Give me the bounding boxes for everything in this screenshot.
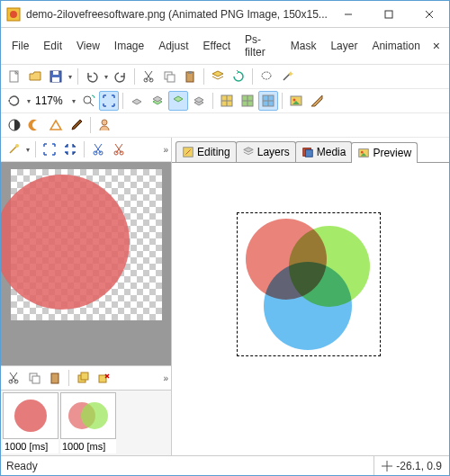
- redo-icon[interactable]: [111, 67, 130, 86]
- left-pane: ▾ » » 1000 [ms]: [1, 138, 172, 455]
- frames-strip: 1000 [ms] 1000 [ms]: [1, 391, 171, 455]
- zoom-dropdown-icon[interactable]: ▾: [70, 97, 77, 105]
- menu-adjust[interactable]: Adjust: [151, 37, 195, 55]
- contrast-icon[interactable]: [4, 115, 24, 135]
- canvas-checker: [11, 169, 162, 320]
- fit-screen-icon[interactable]: [99, 91, 119, 111]
- menu-view[interactable]: View: [69, 37, 107, 55]
- undo-dropdown-icon[interactable]: ▾: [103, 73, 110, 81]
- left-toolbar-chevron-icon[interactable]: »: [163, 145, 168, 155]
- rotate-icon[interactable]: [229, 67, 248, 86]
- grid-1-icon[interactable]: [217, 91, 237, 111]
- canvas-view[interactable]: [1, 162, 171, 365]
- menu-image[interactable]: Image: [107, 37, 151, 55]
- paste-icon[interactable]: [180, 67, 200, 86]
- tab-layers[interactable]: Layers: [236, 141, 296, 162]
- open-icon[interactable]: [25, 67, 45, 86]
- tab-preview[interactable]: Preview: [351, 142, 418, 163]
- image-icon[interactable]: [286, 91, 306, 111]
- svg-rect-9: [52, 77, 59, 82]
- frame-copy-icon[interactable]: [24, 368, 44, 388]
- zoom-fit-icon[interactable]: [78, 91, 98, 111]
- scissors-1-icon[interactable]: [88, 139, 108, 159]
- cut-icon[interactable]: [139, 67, 158, 86]
- svg-rect-3: [385, 11, 392, 18]
- layer-shadow-icon[interactable]: [127, 91, 147, 111]
- collapse-corners-icon[interactable]: [60, 139, 80, 159]
- frame-toolbar-chevron-icon[interactable]: »: [163, 373, 168, 383]
- statusbar: Ready -26.1, 0.9: [1, 455, 449, 475]
- frame-dup-icon[interactable]: [73, 368, 93, 388]
- main-area: ▾ » » 1000 [ms]: [1, 138, 449, 455]
- toolbar-row-2: ▾ 117% ▾: [1, 89, 449, 113]
- menu-effect[interactable]: Effect: [196, 37, 238, 55]
- preview-content: [242, 219, 377, 354]
- app-icon: [6, 7, 21, 22]
- person-icon[interactable]: [94, 115, 114, 135]
- eyedropper-icon[interactable]: [4, 91, 24, 111]
- tab-editing[interactable]: Editing: [176, 141, 237, 162]
- lasso-icon[interactable]: [256, 67, 276, 86]
- maximize-button[interactable]: [368, 1, 409, 27]
- menu-animation[interactable]: Animation: [364, 37, 427, 55]
- moon-icon[interactable]: [25, 115, 45, 135]
- right-pane: Editing Layers Media Preview: [172, 138, 449, 455]
- preview-body[interactable]: [172, 163, 449, 455]
- status-coords: -26.1, 0.9: [374, 456, 449, 475]
- svg-rect-53: [81, 373, 88, 380]
- menu-mask[interactable]: Mask: [284, 37, 324, 55]
- tab-label: Media: [317, 146, 346, 158]
- minimize-button[interactable]: [328, 1, 368, 27]
- svg-point-18: [262, 72, 271, 79]
- undo-icon[interactable]: [82, 67, 102, 86]
- menu-close-icon[interactable]: ×: [428, 39, 446, 53]
- frame-toolbar: »: [1, 365, 171, 391]
- layers-tool-icon[interactable]: [208, 67, 228, 86]
- titlebar: demo-2ilovefreesoftware.png (Animated PN…: [1, 1, 449, 28]
- frame-del-icon[interactable]: [94, 368, 113, 388]
- copy-icon[interactable]: [159, 67, 179, 86]
- svg-rect-62: [305, 149, 312, 157]
- menu-psfilter[interactable]: Ps-filter: [238, 31, 284, 61]
- ruler-icon[interactable]: [307, 91, 327, 111]
- new-icon[interactable]: [4, 67, 24, 86]
- frame-thumb[interactable]: 1000 [ms]: [3, 392, 58, 454]
- frame-paste-icon[interactable]: [45, 368, 65, 388]
- menu-layer[interactable]: Layer: [323, 37, 364, 55]
- menu-edit[interactable]: Edit: [36, 37, 69, 55]
- frame-thumb[interactable]: 1000 [ms]: [60, 392, 116, 454]
- svg-point-57: [14, 400, 47, 432]
- layer-top-icon[interactable]: [168, 91, 188, 111]
- save-dropdown-icon[interactable]: ▾: [67, 73, 74, 81]
- window-title: demo-2ilovefreesoftware.png (Animated PN…: [26, 8, 328, 21]
- layer-mid-icon[interactable]: [148, 91, 167, 111]
- triangle-icon[interactable]: [46, 115, 66, 135]
- frame-label: 1000 [ms]: [3, 439, 58, 454]
- layer-stack-icon[interactable]: [189, 91, 209, 111]
- wand-icon[interactable]: [277, 67, 297, 86]
- tab-label: Preview: [373, 147, 411, 159]
- wand-tool-icon[interactable]: [4, 139, 23, 159]
- save-icon[interactable]: [46, 67, 66, 86]
- status-text: Ready: [1, 460, 374, 472]
- frame-cut-icon[interactable]: [4, 368, 23, 388]
- svg-point-36: [15, 144, 19, 148]
- svg-rect-51: [51, 373, 58, 383]
- zoom-dropdown-left-icon[interactable]: ▾: [25, 97, 32, 105]
- brush-icon[interactable]: [67, 115, 86, 135]
- scissors-2-icon[interactable]: [109, 139, 129, 159]
- grid-2-icon[interactable]: [238, 91, 257, 111]
- wand-dropdown-icon[interactable]: ▾: [24, 146, 32, 154]
- close-button[interactable]: [409, 1, 449, 27]
- frame-label: 1000 [ms]: [60, 439, 116, 454]
- svg-point-20: [84, 96, 91, 103]
- tab-label: Editing: [197, 146, 230, 158]
- zoom-value[interactable]: 117%: [33, 94, 69, 107]
- expand-corners-icon[interactable]: [40, 139, 59, 159]
- svg-rect-54: [99, 375, 106, 382]
- grid-3-icon[interactable]: [258, 91, 278, 111]
- svg-point-64: [361, 151, 364, 154]
- svg-rect-8: [53, 71, 58, 75]
- menu-file[interactable]: File: [4, 37, 36, 55]
- tab-media[interactable]: Media: [295, 141, 353, 162]
